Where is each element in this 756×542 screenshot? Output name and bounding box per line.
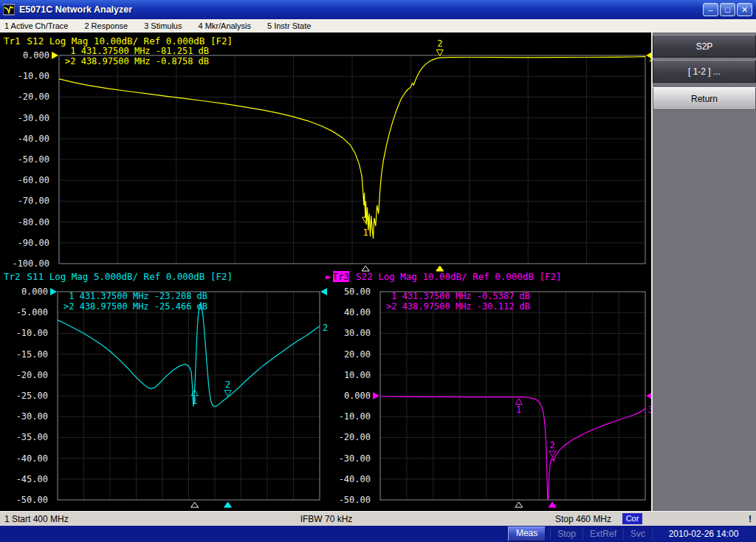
softkey-s2p[interactable]: S2P (653, 35, 756, 58)
y-tick-label: -10.00 (339, 411, 371, 422)
y-tick-label: 10.00 (344, 370, 371, 380)
marker-readout-line: >2 438.97500 MHz -25.466 dB (63, 301, 207, 312)
marker-1-stimulus-arrow (191, 502, 199, 507)
marker-readout-line: >2 438.97500 MHz -30.112 dB (386, 301, 530, 312)
ref-level-arrow-left (52, 52, 58, 59)
instrument-taskbar: Meas Stop ExtRef Svc 2010-02-26 14:00 (0, 526, 756, 542)
y-tick-label: -70.00 (18, 196, 49, 206)
y-tick-label: 30.00 (344, 328, 371, 338)
softkey-panel: S2P [ 1-2 ] ... Return (653, 32, 756, 511)
y-tick-label: -30.00 (18, 113, 49, 123)
application-window: E5071C Network Analyzer – □ ✕ 1 Active C… (0, 0, 756, 542)
y-tick-label: -20.00 (16, 370, 48, 380)
analyzer-screen: Tr1 S12 Log Mag 10.00dB/ Ref 0.000dB [F2… (0, 32, 651, 511)
tr3-header-trace: Tr3 (333, 271, 350, 282)
start-frequency-label: 1 Start 400 MHz (4, 514, 69, 524)
marker-1-number: 1 (516, 405, 521, 415)
close-button[interactable]: ✕ (737, 3, 752, 16)
menu-item-response[interactable]: 2 Response (84, 21, 128, 30)
y-tick-label: -20.00 (339, 432, 371, 442)
stop-frequency-label: Stop 460 MHz (555, 514, 611, 524)
y-tick-label: 0.000 (21, 287, 48, 297)
meas-indicator: Meas (508, 526, 546, 541)
trace-number-label: 2 (323, 323, 328, 333)
marker-readout-line: 1 431.37500 MHz -23.208 dB (63, 291, 207, 301)
y-tick-label: -50.00 (16, 495, 48, 505)
marker-readout-line: 1 431.37500 MHz -81.251 dB (65, 46, 209, 56)
menu-item-mkr-analysis[interactable]: 4 Mkr/Analysis (198, 21, 251, 30)
y-tick-label: -45.00 (16, 474, 48, 484)
tr1-header-trace: Tr1 (4, 35, 21, 47)
y-tick-label: 0.000 (23, 50, 49, 61)
tr3-plot[interactable]: 50.0040.0030.0020.0010.000.000-10.00-20.… (380, 292, 645, 500)
tr2-plot[interactable]: 0.000-5.000-10.00-15.00-20.00-25.00-30.0… (58, 292, 320, 500)
y-tick-label: -50.00 (339, 495, 371, 505)
y-tick-label: -50.00 (18, 154, 49, 165)
tr2-header: Tr2 S11 Log Mag 5.000dB/ Ref 0.000dB [F2… (4, 271, 233, 282)
y-tick-label: 50.00 (344, 287, 371, 297)
marker-2-stimulus-arrow (224, 502, 232, 507)
tr2-header-trace: Tr2 (4, 271, 21, 282)
app-icon (3, 4, 15, 16)
datetime-display: 2010-02-26 14:00 (652, 527, 755, 541)
marker-readout-line: 1 431.37500 MHz -0.5387 dB (386, 291, 530, 301)
marker-2-glyph (436, 49, 443, 55)
ifbw-label: IFBW 70 kHz (300, 514, 353, 524)
tr1-header: Tr1 S12 Log Mag 10.00dB/ Ref 0.000dB [F2… (4, 35, 233, 47)
y-tick-label: -10.00 (18, 71, 49, 81)
y-tick-label: 20.00 (344, 349, 371, 360)
active-trace-arrow-icon: ► (326, 271, 331, 282)
minimize-button[interactable]: – (703, 3, 718, 16)
y-tick-label: -30.00 (16, 411, 48, 422)
marker-2-number: 2 (550, 440, 555, 450)
y-tick-label: -80.00 (18, 217, 49, 227)
titlebar: E5071C Network Analyzer – □ ✕ (0, 0, 756, 19)
y-tick-label: -60.00 (18, 175, 49, 185)
y-tick-label: -30.00 (339, 453, 371, 464)
marker-2-number: 2 (225, 380, 230, 390)
menu-item-stimulus[interactable]: 3 Stimulus (144, 21, 182, 30)
tr1-plot[interactable]: 0.000-10.00-20.00-30.00-40.00-50.00-60.0… (59, 55, 645, 264)
marker-1-number: 1 (192, 396, 197, 406)
tr3-header: ► Tr3 S22 Log Mag 10.00dB/ Ref 0.000dB [… (326, 271, 562, 282)
y-tick-label: -100.00 (12, 258, 49, 269)
y-tick-label: -40.00 (16, 453, 48, 464)
y-tick-label: -40.00 (18, 134, 49, 144)
marker-1-glyph (515, 399, 522, 405)
ref-level-arrow-left (373, 392, 379, 399)
marker-2-stimulus-arrow (549, 502, 556, 507)
stop-indicator: Stop (550, 528, 583, 540)
svc-indicator: Svc (623, 528, 652, 540)
marker-1-number: 1 (363, 227, 368, 238)
softkey-1-2[interactable]: [ 1-2 ] ... (653, 60, 756, 83)
maximize-button[interactable]: □ (720, 3, 735, 16)
alert-indicator[interactable]: ! (749, 514, 752, 524)
marker-readout-line: >2 438.97500 MHz -0.8758 dB (65, 56, 209, 66)
ref-level-arrow-left (50, 288, 57, 295)
ref-level-arrow-right (320, 288, 327, 295)
window-controls: – □ ✕ (703, 3, 752, 16)
y-tick-label: -20.00 (18, 92, 49, 102)
y-tick-label: -40.00 (339, 474, 371, 484)
marker-2-glyph (549, 451, 556, 457)
tr2-header-text: S11 Log Mag 5.000dB/ Ref 0.000dB [F2] (27, 271, 233, 282)
menubar: 1 Active Ch/Trace 2 Response 3 Stimulus … (0, 19, 756, 32)
extref-indicator: ExtRef (583, 528, 623, 540)
correction-badge: Cor (622, 513, 642, 524)
y-tick-label: -35.00 (16, 432, 48, 442)
statusbar: 1 Start 400 MHz IFBW 70 kHz Stop 460 MHz… (0, 511, 756, 526)
y-tick-label: -10.00 (16, 328, 48, 338)
y-tick-label: -15.00 (16, 349, 48, 360)
softkey-return[interactable]: Return (653, 87, 756, 110)
marker-2-number: 2 (437, 38, 442, 49)
tr1-header-text: S12 Log Mag 10.00dB/ Ref 0.000dB [F2] (27, 35, 233, 47)
tr3-header-text: S22 Log Mag 10.00dB/ Ref 0.000dB [F2] (356, 271, 561, 282)
menu-item-active-ch-trace[interactable]: 1 Active Ch/Trace (4, 21, 68, 30)
marker-1-stimulus-arrow (362, 266, 369, 271)
window-title: E5071C Network Analyzer (19, 4, 132, 15)
y-tick-label: -5.000 (16, 307, 48, 318)
y-tick-label: 0.000 (344, 391, 371, 401)
menu-item-instr-state[interactable]: 5 Instr State (267, 21, 311, 30)
y-tick-label: -25.00 (16, 391, 48, 401)
y-tick-label: -90.00 (18, 238, 49, 248)
